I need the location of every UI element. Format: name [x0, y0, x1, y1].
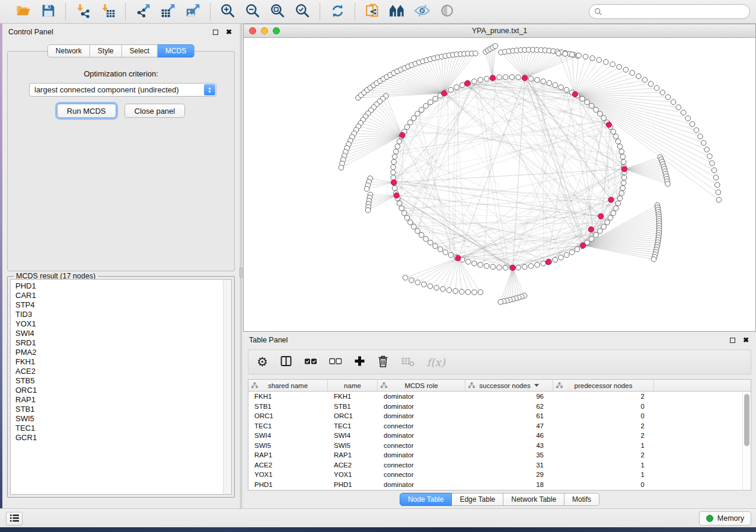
table-row[interactable]: ACE2ACE2connector311	[248, 460, 751, 470]
cell-name[interactable]: SWI4	[328, 431, 378, 441]
table-row[interactable]: STB1STB1dominator620	[248, 402, 751, 412]
cell-predecessor_nodes[interactable]: 2	[553, 450, 654, 460]
cell-shared_name[interactable]: SWI5	[248, 441, 328, 451]
cell-mcds_role[interactable]: dominator	[378, 480, 465, 490]
cell-mcds_role[interactable]: dominator	[378, 450, 465, 460]
cell-predecessor_nodes[interactable]: 2	[553, 392, 654, 402]
cell-name[interactable]: FKH1	[328, 392, 378, 402]
mcds-result-item[interactable]: FKH1	[11, 357, 231, 367]
splitter-grip[interactable]	[240, 268, 243, 277]
import-network-button[interactable]	[74, 3, 92, 21]
table-scrollbar-thumb[interactable]	[744, 394, 749, 446]
mcds-result-item[interactable]: STB1	[11, 405, 231, 414]
table-row[interactable]: YOX1YOX1connector291	[248, 470, 751, 480]
show-all-button[interactable]	[388, 3, 406, 21]
table-row[interactable]: SWI4SWI4dominator462	[248, 431, 751, 441]
task-history-button[interactable]	[6, 512, 23, 525]
delete-column-button[interactable]	[377, 353, 389, 371]
column-header-successor_nodes[interactable]: successor nodes	[465, 380, 553, 391]
window-zoom-light[interactable]	[273, 27, 280, 34]
cell-predecessor_nodes[interactable]: 2	[553, 421, 654, 431]
add-column-button[interactable]	[354, 353, 365, 371]
window-minimize-light[interactable]	[261, 27, 268, 34]
cell-successor_nodes[interactable]: 31	[465, 460, 553, 470]
mcds-result-item[interactable]: RAP1	[11, 395, 231, 405]
tab-node-table[interactable]: Node Table	[400, 493, 452, 506]
deselect-all-button[interactable]	[329, 353, 342, 371]
cell-successor_nodes[interactable]: 18	[465, 480, 553, 490]
tab-edge-table[interactable]: Edge Table	[452, 493, 503, 506]
mcds-result-item[interactable]: STP4	[11, 300, 231, 310]
table-row[interactable]: FKH1FKH1dominator962	[248, 392, 751, 402]
cell-successor_nodes[interactable]: 46	[465, 431, 553, 441]
cell-name[interactable]: SWI5	[328, 441, 378, 451]
mcds-result-item[interactable]: ACE2	[11, 367, 231, 376]
cell-mcds_role[interactable]: connector	[378, 460, 465, 470]
cell-successor_nodes[interactable]: 61	[465, 411, 553, 421]
cell-predecessor_nodes[interactable]: 0	[553, 480, 654, 490]
tab-network[interactable]: Network	[47, 44, 90, 57]
mcds-list-scrollbar[interactable]	[223, 280, 231, 494]
window-close-light[interactable]	[249, 27, 256, 34]
cell-predecessor_nodes[interactable]: 1	[553, 441, 654, 451]
refresh-button[interactable]	[328, 3, 346, 21]
import-table-button[interactable]	[99, 3, 117, 21]
export-network-button[interactable]	[134, 3, 152, 21]
function-builder-button[interactable]: f(x)	[427, 353, 445, 371]
close-panel-button[interactable]: ✖	[225, 28, 233, 36]
save-session-button[interactable]	[39, 3, 57, 21]
mcds-result-item[interactable]: STB5	[11, 376, 231, 386]
mcds-result-item[interactable]: PHD1	[11, 280, 231, 291]
cell-shared_name[interactable]: YOX1	[248, 470, 328, 480]
zoom-out-button[interactable]	[244, 3, 261, 21]
cell-mcds_role[interactable]: dominator	[378, 392, 465, 402]
tab-mcds[interactable]: MCDS	[158, 44, 194, 57]
cell-mcds_role[interactable]: dominator	[378, 411, 465, 421]
mcds-result-item[interactable]: SWI4	[11, 329, 231, 338]
open-file-button[interactable]	[14, 3, 32, 21]
close-table-panel-button[interactable]: ✖	[742, 336, 750, 344]
column-header-mcds_role[interactable]: MCDS role	[378, 380, 465, 391]
network-canvas[interactable]	[244, 38, 755, 331]
table-scrollbar[interactable]	[742, 393, 750, 490]
mcds-result-item[interactable]: GCR1	[11, 433, 231, 443]
cell-mcds_role[interactable]: dominator	[378, 402, 465, 412]
hide-selected-button[interactable]	[413, 3, 431, 21]
cell-predecessor_nodes[interactable]: 1	[553, 460, 654, 470]
tab-style[interactable]: Style	[90, 44, 122, 57]
cell-successor_nodes[interactable]: 62	[465, 402, 553, 412]
table-row[interactable]: RAP1RAP1dominator352	[248, 450, 751, 460]
cell-mcds_role[interactable]: connector	[378, 441, 465, 451]
cell-successor_nodes[interactable]: 47	[465, 421, 553, 431]
run-mcds-button[interactable]: Run MCDS	[57, 104, 116, 118]
column-header-shared_name[interactable]: shared name	[248, 380, 328, 391]
column-header-name[interactable]: name	[328, 380, 378, 391]
column-header-predecessor_nodes[interactable]: predecessor nodes	[553, 380, 654, 391]
mcds-result-item[interactable]: TID3	[11, 310, 231, 319]
table-row[interactable]: ORC1ORC1dominator610	[248, 411, 751, 421]
delete-table-button[interactable]	[401, 353, 415, 371]
cell-predecessor_nodes[interactable]: 0	[553, 411, 654, 421]
zoom-in-button[interactable]	[219, 3, 237, 21]
cell-shared_name[interactable]: STB1	[248, 402, 328, 412]
cell-mcds_role[interactable]: connector	[378, 470, 465, 480]
table-row[interactable]: SWI5SWI5connector431	[248, 441, 751, 451]
cell-name[interactable]: ORC1	[328, 411, 378, 421]
table-settings-button[interactable]: ⚙	[257, 353, 268, 371]
criterion-select[interactable]: largest connected component (undirected)…	[29, 83, 216, 97]
table-row[interactable]: PHD1PHD1dominator180	[248, 480, 751, 490]
cell-name[interactable]: STB1	[328, 402, 378, 412]
mcds-result-item[interactable]: TEC1	[11, 424, 231, 433]
cell-predecessor_nodes[interactable]: 0	[553, 402, 654, 412]
cell-shared_name[interactable]: RAP1	[248, 450, 328, 460]
cell-successor_nodes[interactable]: 43	[465, 441, 553, 451]
cell-mcds_role[interactable]: connector	[378, 421, 465, 431]
tab-select[interactable]: Select	[122, 44, 158, 57]
cell-shared_name[interactable]: PHD1	[248, 480, 328, 490]
table-row[interactable]: TEC1TEC1connector472	[248, 421, 751, 431]
mcds-result-item[interactable]: CAR1	[11, 291, 231, 300]
cell-name[interactable]: PHD1	[328, 480, 378, 490]
close-panel-button-mcds[interactable]: Close panel	[125, 104, 186, 118]
search-input[interactable]	[589, 4, 750, 19]
cell-name[interactable]: TEC1	[328, 421, 378, 431]
